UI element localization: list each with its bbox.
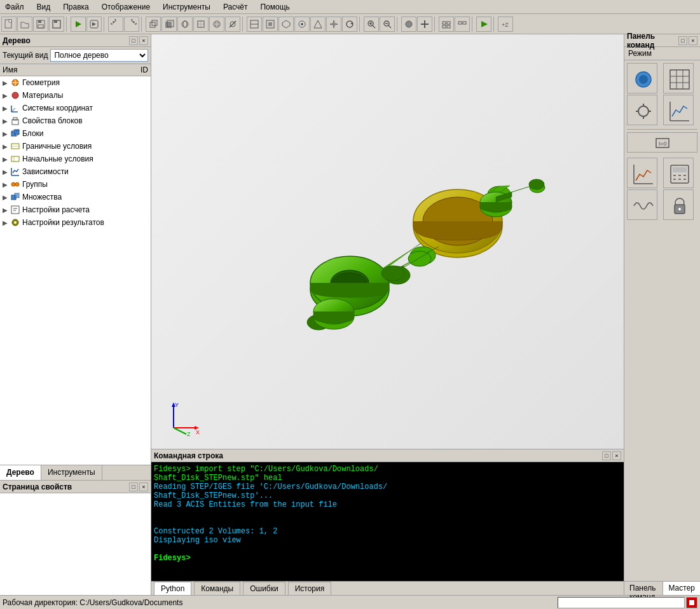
right-close-btn[interactable]: × <box>689 36 697 45</box>
toolbar-sep-2 <box>104 17 106 32</box>
svg-rect-46 <box>447 25 450 28</box>
btn-undo[interactable] <box>108 17 123 32</box>
tree-item-calcsettings[interactable]: ▶ Настройки расчета <box>0 203 151 216</box>
tab-tree[interactable]: Дерево <box>0 465 41 480</box>
mode-btn-calculator[interactable] <box>663 158 694 188</box>
toolbar-sep-8 <box>472 17 474 32</box>
btn-cube1[interactable] <box>146 17 161 32</box>
btn-cube2[interactable] <box>161 17 177 32</box>
btn-mesh[interactable] <box>209 17 224 32</box>
cmd-tab-history[interactable]: История <box>288 582 332 595</box>
btn-explode[interactable] <box>326 17 341 32</box>
cmd-content[interactable]: Fidesys> import step "C:/Users/Gudkova/D… <box>151 462 624 581</box>
right-tab-master[interactable]: Мастер <box>663 582 700 595</box>
mode-btn-wide-1[interactable]: t=0 <box>627 132 697 153</box>
props-close-btn[interactable]: × <box>139 482 148 491</box>
btn-tool2[interactable] <box>263 17 278 32</box>
cmd-tab-errors[interactable]: Ошибки <box>243 582 285 595</box>
tree-item-sets[interactable]: ▶ Множества <box>0 191 151 203</box>
arrow-blockprops: ▶ <box>3 118 10 125</box>
cmd-close-btn[interactable]: × <box>612 451 621 460</box>
menu-edit[interactable]: Правка <box>60 2 92 12</box>
tree-item-initial[interactable]: ▶ Начальные условия <box>0 153 151 165</box>
menu-view[interactable]: Вид <box>34 2 53 12</box>
tree-restore-btn[interactable]: □ <box>129 36 138 45</box>
mode-btn-mesh[interactable] <box>663 63 694 93</box>
btn-slice[interactable] <box>225 17 240 32</box>
btn-run2[interactable] <box>86 17 102 32</box>
menu-tools[interactable]: Инструменты <box>160 2 213 12</box>
btn-zoom-in[interactable] <box>364 17 379 32</box>
btn-refresh[interactable] <box>342 17 357 32</box>
right-restore-btn[interactable]: □ <box>678 36 687 45</box>
cmd-tab-commands[interactable]: Команды <box>194 582 240 595</box>
statusbar-input[interactable] <box>558 597 685 608</box>
center-panel: Y X Z Командная строка □ × <box>151 34 624 595</box>
tree-item-coordinates[interactable]: ▶ Системы координат <box>0 102 151 114</box>
btn-new[interactable] <box>1 17 17 32</box>
btn-save-as[interactable] <box>49 17 64 32</box>
tree-item-groups[interactable]: ▶ Группы <box>0 178 151 191</box>
menu-calc[interactable]: Расчёт <box>221 2 250 12</box>
tree-col-id-label: ID <box>129 65 148 74</box>
cmd-restore-btn[interactable]: □ <box>602 451 611 460</box>
btn-view4[interactable] <box>193 17 209 32</box>
menu-help[interactable]: Помощь <box>257 2 292 12</box>
arrow-blocks: ▶ <box>3 130 10 137</box>
mode-btn-settings[interactable] <box>627 95 657 125</box>
btn-view3[interactable] <box>177 17 193 32</box>
btn-grid1[interactable] <box>439 17 454 32</box>
svg-marker-49 <box>481 21 488 27</box>
mode-btn-graph[interactable] <box>663 95 694 125</box>
tree-close-btn[interactable]: × <box>139 36 148 45</box>
axis-svg: Y X Z <box>164 399 202 437</box>
menu-display[interactable]: Отображение <box>99 2 153 12</box>
mode-btn-chart[interactable] <box>627 158 657 188</box>
btn-zup[interactable]: +Z <box>498 17 513 32</box>
arrow-dependencies: ▶ <box>3 168 10 175</box>
btn-tool1[interactable] <box>247 17 262 32</box>
btn-run[interactable] <box>71 17 86 32</box>
btn-extra1[interactable] <box>401 17 416 32</box>
cmd-tab-python[interactable]: Python <box>154 582 191 595</box>
status-text: Рабочая директория: C:/Users/Gudkova/Doc… <box>3 598 182 607</box>
tree-item-geometry[interactable]: ▶ Геометрия <box>0 76 151 89</box>
btn-grid2[interactable] <box>455 17 470 32</box>
tree-panel: Дерево □ × Текущий вид Полное дерево Имя <box>0 34 151 480</box>
btn-save[interactable] <box>33 17 48 32</box>
statusbar-stop-icon[interactable] <box>686 597 697 608</box>
tree-item-blocks[interactable]: ▶ Блоки <box>0 127 151 140</box>
menu-file[interactable]: Файл <box>3 2 27 12</box>
svg-text:t=0: t=0 <box>659 140 667 147</box>
tree-item-materials[interactable]: ▶ Материалы <box>0 89 151 102</box>
arrow-calcsettings: ▶ <box>3 207 10 214</box>
tree-item-resultsettings[interactable]: ▶ Настройки результатов <box>0 216 151 229</box>
tab-tools[interactable]: Инструменты <box>41 465 102 480</box>
mode-btn-wave[interactable] <box>627 189 657 220</box>
tree-item-blockprops[interactable]: ▶ Свойства блоков <box>0 114 151 127</box>
view-select[interactable]: Полное дерево <box>50 49 148 62</box>
3d-model <box>223 102 553 381</box>
tree-item-dependencies[interactable]: ▶ Зависимости <box>0 165 151 178</box>
toolbar-sep-1 <box>66 17 69 32</box>
tree-item-boundary[interactable]: ▶ Граничные условия <box>0 140 151 153</box>
mode-btn-lock[interactable] <box>663 189 694 220</box>
props-controls: □ × <box>129 482 148 491</box>
btn-tool5[interactable] <box>310 17 326 32</box>
viewport[interactable]: Y X Z <box>151 34 624 449</box>
btn-open[interactable] <box>17 17 32 32</box>
tree-label-dependencies: Зависимости <box>22 167 148 176</box>
icon-boundary <box>10 141 20 151</box>
btn-redo[interactable] <box>124 17 139 32</box>
svg-point-40 <box>406 21 412 27</box>
btn-extra2[interactable] <box>417 17 432 32</box>
btn-tool4[interactable] <box>294 17 310 32</box>
btn-tool3[interactable] <box>278 17 294 32</box>
arrow-geometry: ▶ <box>3 79 10 86</box>
right-tab-commands[interactable]: Панель команд <box>624 582 663 595</box>
props-restore-btn[interactable]: □ <box>129 482 138 491</box>
btn-zoom-out[interactable] <box>380 17 395 32</box>
btn-play[interactable] <box>476 17 491 32</box>
mode-btn-geometry[interactable] <box>627 63 657 93</box>
svg-rect-141 <box>689 600 694 605</box>
